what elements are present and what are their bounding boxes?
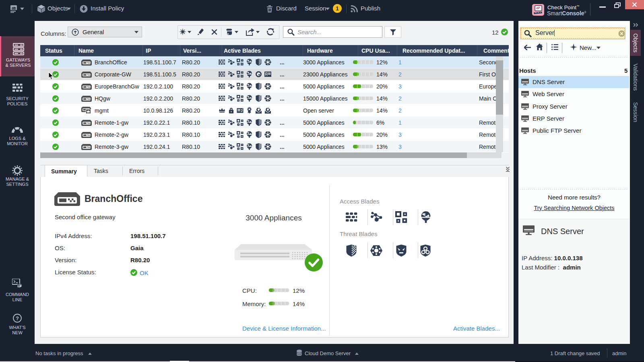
svg-text:?: ? bbox=[16, 315, 19, 321]
